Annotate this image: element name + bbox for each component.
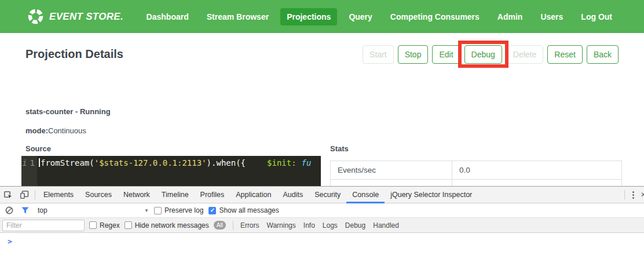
stats-section-label: Stats: [330, 144, 349, 153]
show-all-messages-group: ✓ Show all messages: [208, 206, 279, 214]
back-button[interactable]: Back: [587, 45, 619, 64]
filter-input[interactable]: [2, 220, 85, 231]
level-errors[interactable]: Errors: [240, 221, 259, 230]
toggle-device-toolbar-icon[interactable]: [16, 187, 32, 203]
preserve-log-group: Preserve log: [154, 206, 203, 214]
source-section-label: Source: [25, 144, 51, 153]
hide-network-label: Hide network messages: [135, 221, 209, 230]
debug-button-wrap: Debug: [464, 45, 502, 64]
inspect-element-icon[interactable]: [0, 187, 16, 203]
tab-profiles[interactable]: Profiles: [195, 187, 230, 203]
code-plain-2: ).when({: [207, 158, 246, 167]
nav-item-admin[interactable]: Admin: [491, 8, 529, 26]
level-handled[interactable]: Handled: [373, 221, 399, 230]
edit-button[interactable]: Edit: [432, 45, 460, 64]
code-function-keyword: fu: [302, 158, 312, 167]
tab-sources[interactable]: Sources: [79, 187, 118, 203]
divider: [624, 190, 625, 199]
tab-jquery-selector-inspector[interactable]: jQuery Selector Inspector: [385, 187, 478, 203]
devtools-panel: Elements Sources Network Timeline Profil…: [0, 186, 644, 255]
page-title: Projection Details: [25, 48, 123, 61]
hide-network-group: Hide network messages: [125, 221, 209, 230]
preserve-log-checkbox[interactable]: [154, 207, 162, 214]
nav-item-dashboard[interactable]: Dashboard: [140, 8, 195, 26]
code-init-keyword: $init:: [267, 158, 297, 167]
main-content: Projection Details Start Stop Edit Debug…: [0, 33, 644, 186]
tab-security[interactable]: Security: [309, 187, 346, 203]
top-navbar: EVENT STORE. Dashboard Stream Browser Pr…: [0, 0, 644, 33]
hide-network-checkbox[interactable]: [125, 221, 132, 229]
debug-button[interactable]: Debug: [464, 45, 502, 64]
show-all-messages-checkbox[interactable]: ✓: [208, 207, 216, 214]
reset-button[interactable]: Reset: [547, 45, 583, 64]
frame-context-select[interactable]: top ▼: [35, 206, 149, 214]
nav-item-query[interactable]: Query: [342, 8, 378, 26]
action-buttons: Start Stop Edit Debug Delete Reset Back: [363, 45, 619, 64]
table-row: Events/sec 0.0: [331, 161, 621, 180]
level-logs[interactable]: Logs: [323, 221, 338, 230]
nav-item-logout[interactable]: Log Out: [575, 8, 619, 26]
chevron-down-icon: ▼: [144, 208, 149, 213]
frame-context-value: top: [38, 206, 47, 214]
close-devtools-icon[interactable]: ✕: [639, 191, 644, 199]
mode-label: mode:: [25, 126, 48, 135]
console-input-area[interactable]: >: [0, 233, 644, 254]
delete-button[interactable]: Delete: [506, 45, 543, 64]
nav-menu: Dashboard Stream Browser Projections Que…: [140, 8, 619, 26]
projection-name-status: stats-counter - Running: [25, 107, 111, 116]
divider: [35, 190, 35, 199]
mode-value: Continuous: [48, 126, 86, 135]
level-filters: Errors Warnings Info Logs Debug Handled: [240, 221, 399, 230]
code-string: '$stats-127.0.0.1:2113': [94, 158, 207, 167]
level-info[interactable]: Info: [303, 221, 315, 230]
tab-network[interactable]: Network: [118, 187, 156, 203]
console-filter-bar: Regex Hide network messages All Errors W…: [0, 218, 644, 233]
brand[interactable]: EVENT STORE.: [28, 9, 123, 24]
nav-item-stream-browser[interactable]: Stream Browser: [200, 8, 275, 26]
tab-audits[interactable]: Audits: [277, 187, 309, 203]
stat-name: Events/sec: [331, 161, 452, 179]
tab-console[interactable]: Console: [346, 187, 385, 203]
projection-mode: mode:Continuous: [25, 126, 86, 135]
clear-console-icon[interactable]: [4, 206, 14, 214]
tab-elements[interactable]: Elements: [38, 187, 79, 203]
show-all-messages-label: Show all messages: [219, 206, 279, 214]
preserve-log-label: Preserve log: [164, 206, 203, 214]
nav-item-projections[interactable]: Projections: [280, 8, 337, 26]
code-plain-1: fromStream(: [41, 158, 94, 167]
console-prompt-chevron: >: [8, 237, 12, 246]
filter-funnel-icon[interactable]: [20, 207, 30, 214]
regex-group: Regex: [89, 221, 120, 230]
all-levels-badge[interactable]: All: [214, 221, 226, 230]
eventstore-logo-icon: [28, 9, 43, 24]
tab-timeline[interactable]: Timeline: [156, 187, 195, 203]
devtools-tabbar-right: ✕: [622, 187, 644, 203]
regex-checkbox[interactable]: [89, 221, 97, 229]
regex-label: Regex: [100, 221, 120, 230]
editor-cursor: [39, 158, 40, 167]
devtools-tabbar: Elements Sources Network Timeline Profil…: [0, 187, 644, 203]
level-warnings[interactable]: Warnings: [267, 221, 296, 230]
level-debug[interactable]: Debug: [345, 221, 365, 230]
tab-application[interactable]: Application: [230, 187, 277, 203]
kebab-menu-icon[interactable]: [627, 191, 639, 199]
stat-value: 0.0: [452, 161, 621, 179]
console-toolbar: top ▼ Preserve log ✓ Show all messages: [0, 203, 644, 218]
nav-item-users[interactable]: Users: [534, 8, 569, 26]
start-button[interactable]: Start: [363, 45, 394, 64]
nav-item-competing-consumers[interactable]: Competing Consumers: [384, 8, 486, 26]
brand-text: EVENT STORE.: [49, 11, 123, 23]
divider: [233, 221, 233, 230]
stop-button[interactable]: Stop: [398, 45, 429, 64]
